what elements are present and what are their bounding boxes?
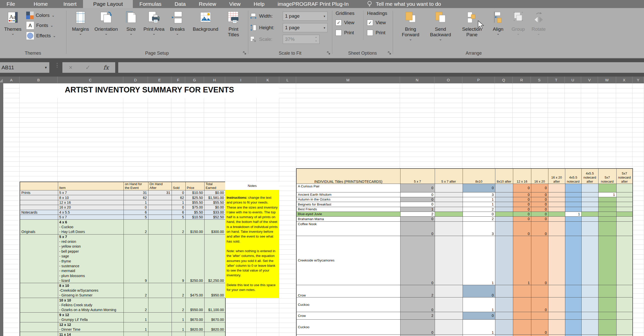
count-cell[interactable] [581,312,598,319]
count-cell[interactable] [598,212,616,216]
after-value[interactable] [148,239,172,244]
after-value[interactable]: 31 [148,190,172,195]
count-cell[interactable] [495,285,513,297]
after-value[interactable] [148,312,172,317]
count-cell[interactable] [581,236,598,285]
count-cell[interactable] [548,192,565,197]
count-cell[interactable]: 0 [400,197,435,202]
count-cell[interactable]: 0 [463,285,495,297]
price-value[interactable] [185,220,204,224]
on-hand-value[interactable] [124,332,148,336]
count-cell[interactable] [495,212,513,216]
size-column-header[interactable]: 5 x 7 [400,169,435,184]
after-value[interactable] [148,259,172,263]
earned-value[interactable] [204,288,225,293]
column-header-S[interactable]: S [531,77,548,83]
sheet-options-dialog-launcher[interactable] [388,51,391,56]
print-titles-button[interactable]: Print Titles [223,11,244,38]
count-cell[interactable] [435,319,463,334]
column-header-A[interactable]: A [3,77,20,83]
count-cell[interactable]: 3 [463,192,495,197]
count-cell[interactable] [565,216,581,221]
count-cell[interactable] [616,221,633,236]
count-cell[interactable] [435,221,463,236]
count-cell[interactable] [581,216,598,221]
sold-value[interactable] [172,283,185,288]
column-header-O[interactable]: O [434,77,462,83]
on-hand-value[interactable] [124,322,148,327]
on-hand-value[interactable] [124,249,148,254]
title-row-label[interactable]: Cuckoo [296,319,400,334]
count-cell[interactable] [616,202,633,207]
count-cell[interactable] [581,197,598,202]
count-cell[interactable]: 0 [400,192,435,197]
after-value[interactable] [148,205,172,210]
earned-value[interactable] [204,298,225,303]
category-label[interactable] [20,239,58,244]
count-cell[interactable] [598,197,616,202]
sold-value[interactable] [172,239,185,244]
title-row-label[interactable]: Blue-eyed Juvie [296,212,400,216]
count-cell[interactable]: 0 [400,216,435,221]
summary-header-5[interactable]: Price [185,182,204,190]
count-cell[interactable] [548,212,565,216]
tab-help[interactable]: Help [247,0,271,8]
count-cell[interactable] [581,221,598,236]
on-hand-value[interactable] [124,288,148,293]
count-cell[interactable] [435,297,463,312]
after-value[interactable] [148,298,172,303]
count-cell[interactable] [548,202,565,207]
earned-value[interactable] [204,322,225,327]
category-label[interactable] [20,205,58,210]
column-header-D[interactable]: D [123,77,148,83]
after-value[interactable] [148,327,172,332]
group-button[interactable]: Group⌄ [508,11,528,35]
count-cell[interactable]: 1 [463,202,495,207]
column-header-B[interactable]: B [20,77,58,83]
size-column-header[interactable]: 16 x 20 after [548,169,565,184]
headings-view-checkbox[interactable]: ✓View [367,20,392,26]
after-value[interactable] [148,273,172,278]
count-cell[interactable]: 0 [400,319,435,334]
on-hand-value[interactable] [124,234,148,239]
margins-button[interactable]: Margins⌄ [69,11,92,35]
price-value[interactable] [185,303,204,307]
price-value[interactable] [185,322,204,327]
count-cell[interactable] [435,197,463,202]
sold-value[interactable]: 2 [172,229,185,234]
count-cell[interactable] [495,236,513,285]
earned-value[interactable] [204,268,225,273]
sold-value[interactable]: 1 [172,317,185,322]
count-cell[interactable]: 0 [513,184,531,192]
on-hand-value[interactable]: 2 [124,293,148,298]
count-cell[interactable]: 0 [531,319,548,334]
size-button[interactable]: Size⌄ [121,11,141,35]
on-hand-value[interactable]: 62 [124,195,148,200]
count-cell[interactable] [495,319,513,334]
count-cell[interactable] [616,192,633,197]
count-cell[interactable]: 0 [513,221,531,236]
size-column-header[interactable]: 4x5.5 notecard after [581,169,598,184]
on-hand-value[interactable] [124,298,148,303]
on-hand-value[interactable] [124,303,148,307]
sold-value[interactable] [172,303,185,307]
count-cell[interactable] [616,312,633,319]
count-cell[interactable] [513,312,531,319]
fonts-button[interactable]: A Fonts⌄ [26,21,56,29]
price-value[interactable] [185,312,204,317]
sold-value[interactable]: 0 [172,205,185,210]
individual-titles-header[interactable]: INDIVIDUAL Titles (PRINTS/NOTECARDS) [296,169,400,184]
item-label[interactable]: - mermaid [58,268,124,273]
count-cell[interactable] [598,312,616,319]
after-value[interactable] [148,332,172,336]
sold-value[interactable] [172,224,185,229]
on-hand-value[interactable] [124,239,148,244]
count-cell[interactable] [495,207,513,212]
earned-value[interactable] [204,312,225,317]
sold-value[interactable] [172,263,185,268]
count-cell[interactable]: 0 [400,297,435,312]
colors-button[interactable]: Colors⌄ [26,12,56,19]
on-hand-value[interactable] [124,224,148,229]
count-cell[interactable]: 0 [531,197,548,202]
count-cell[interactable]: 1 [513,236,531,285]
